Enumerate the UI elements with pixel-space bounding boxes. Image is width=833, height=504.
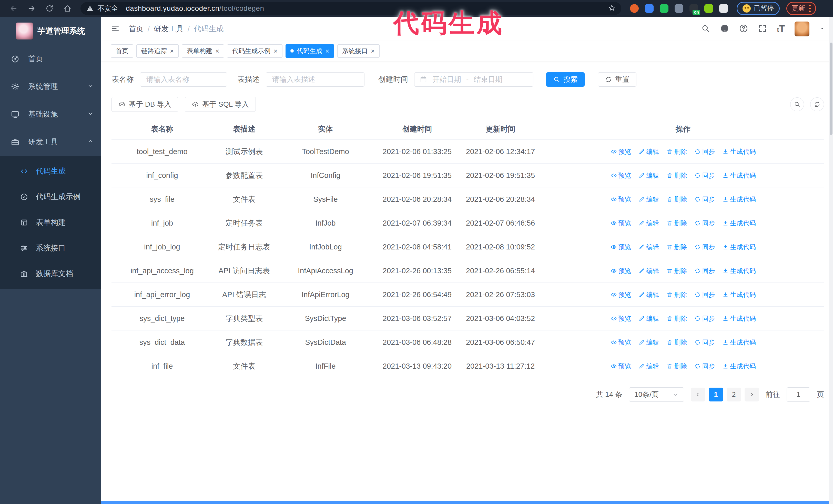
generate-code-link[interactable]: 生成代码 <box>722 170 756 181</box>
delete-link[interactable]: 删除 <box>666 266 687 276</box>
close-icon[interactable]: × <box>215 48 219 54</box>
bookmark-star-icon[interactable] <box>608 4 616 13</box>
preview-link[interactable]: 预览 <box>611 313 631 323</box>
toggle-search-button[interactable] <box>790 97 804 111</box>
url-bar[interactable]: 不安全 dashboard.yudao.iocoder.cn/tool/code… <box>80 2 621 15</box>
preview-link[interactable]: 预览 <box>611 170 631 181</box>
sidebar-item-codegen-example[interactable]: 代码生成示例 <box>0 184 101 210</box>
import-db-button[interactable]: 基于 DB 导入 <box>112 97 178 112</box>
generate-code-link[interactable]: 生成代码 <box>722 289 756 300</box>
ext-dark-on[interactable]: on <box>689 4 698 13</box>
close-icon[interactable]: × <box>273 48 277 54</box>
generate-code-link[interactable]: 生成代码 <box>722 337 756 347</box>
page-scrollbar[interactable] <box>829 17 833 504</box>
home-icon[interactable] <box>60 2 75 16</box>
ext-green-check[interactable] <box>660 4 668 13</box>
table-desc-input[interactable] <box>266 72 364 87</box>
page-button-1[interactable]: 1 <box>709 388 723 402</box>
view-tab[interactable]: 表单构建 × <box>182 44 224 58</box>
preview-link[interactable]: 预览 <box>611 242 631 252</box>
view-tab[interactable]: 代码生成示例 × <box>227 44 282 58</box>
prev-page-button[interactable] <box>691 388 705 402</box>
edit-link[interactable]: 编辑 <box>639 218 659 228</box>
help-icon[interactable] <box>739 24 748 34</box>
generate-code-link[interactable]: 生成代码 <box>722 146 756 157</box>
profile-paused-chip[interactable]: 已暂停 <box>737 2 780 15</box>
edit-link[interactable]: 编辑 <box>639 266 659 276</box>
delete-link[interactable]: 删除 <box>666 337 687 347</box>
generate-code-link[interactable]: 生成代码 <box>722 361 756 371</box>
sidebar-item-devtools[interactable]: 研发工具 <box>0 128 101 156</box>
delete-link[interactable]: 删除 <box>666 146 687 157</box>
edit-link[interactable]: 编辑 <box>639 194 659 204</box>
import-sql-button[interactable]: 基于 SQL 导入 <box>185 97 256 112</box>
search-button[interactable]: 搜索 <box>546 72 585 87</box>
view-tab[interactable]: 系统接口 × <box>337 44 380 58</box>
delete-link[interactable]: 删除 <box>666 218 687 228</box>
font-size-icon[interactable]: tT <box>777 24 785 34</box>
edit-link[interactable]: 编辑 <box>639 146 659 157</box>
ext-puzzle[interactable] <box>719 4 728 13</box>
ext-blue-gem[interactable] <box>645 4 653 13</box>
edit-link[interactable]: 编辑 <box>639 361 659 371</box>
sidebar-item-system-api[interactable]: 系统接口 <box>0 235 101 261</box>
sync-link[interactable]: 同步 <box>694 289 715 300</box>
edit-link[interactable]: 编辑 <box>639 313 659 323</box>
back-icon[interactable] <box>6 2 22 16</box>
sync-link[interactable]: 同步 <box>694 266 715 276</box>
edit-link[interactable]: 编辑 <box>639 337 659 347</box>
preview-link[interactable]: 预览 <box>611 194 631 204</box>
date-range-picker[interactable]: 开始日期 - 结束日期 <box>414 72 533 87</box>
edit-link[interactable]: 编辑 <box>639 242 659 252</box>
view-tab[interactable]: 代码生成 × <box>286 44 334 58</box>
sidebar-item-home[interactable]: 首页 <box>0 45 101 73</box>
generate-code-link[interactable]: 生成代码 <box>722 313 756 323</box>
sidebar-item-infra[interactable]: 基础设施 <box>0 100 101 128</box>
view-tab[interactable]: 首页 <box>111 44 133 58</box>
next-page-button[interactable] <box>744 388 759 402</box>
close-icon[interactable]: × <box>170 48 174 54</box>
sync-link[interactable]: 同步 <box>694 170 715 181</box>
fullscreen-icon[interactable] <box>758 24 767 34</box>
edit-link[interactable]: 编辑 <box>639 170 659 181</box>
table-name-input[interactable] <box>140 72 227 87</box>
preview-link[interactable]: 预览 <box>611 266 631 276</box>
sync-link[interactable]: 同步 <box>694 313 715 323</box>
sidebar-item-db-doc[interactable]: 数据库文档 <box>0 261 101 287</box>
collapse-sidebar-icon[interactable] <box>111 24 120 34</box>
delete-link[interactable]: 删除 <box>666 242 687 252</box>
breadcrumb-devtools[interactable]: 研发工具 <box>154 24 184 34</box>
delete-link[interactable]: 删除 <box>666 361 687 371</box>
preview-link[interactable]: 预览 <box>611 146 631 157</box>
sidebar-item-system[interactable]: 系统管理 <box>0 73 101 100</box>
avatar[interactable] <box>794 22 809 37</box>
ext-orange-ring[interactable] <box>630 4 639 13</box>
generate-code-link[interactable]: 生成代码 <box>722 194 756 204</box>
sync-link[interactable]: 同步 <box>694 337 715 347</box>
close-icon[interactable]: × <box>326 48 329 54</box>
view-tab[interactable]: 链路追踪 × <box>136 44 178 58</box>
reset-button[interactable]: 重置 <box>598 72 636 87</box>
avatar-caret-icon[interactable] <box>819 25 825 32</box>
header-search-icon[interactable] <box>701 24 710 34</box>
page-button-2[interactable]: 2 <box>727 388 741 402</box>
delete-link[interactable]: 删除 <box>666 313 687 323</box>
page-size-select[interactable]: 10条/页 <box>629 387 684 402</box>
generate-code-link[interactable]: 生成代码 <box>722 266 756 276</box>
preview-link[interactable]: 预览 <box>611 361 631 371</box>
sync-link[interactable]: 同步 <box>694 194 715 204</box>
delete-link[interactable]: 删除 <box>666 194 687 204</box>
delete-link[interactable]: 删除 <box>666 289 687 300</box>
github-icon[interactable] <box>720 24 729 34</box>
sync-link[interactable]: 同步 <box>694 218 715 228</box>
sync-link[interactable]: 同步 <box>694 146 715 157</box>
sync-link[interactable]: 同步 <box>694 361 715 371</box>
browser-update-button[interactable]: 更新 <box>786 2 816 15</box>
sidebar-item-form-builder[interactable]: 表单构建 <box>0 210 101 235</box>
forward-icon[interactable] <box>24 2 40 16</box>
preview-link[interactable]: 预览 <box>611 289 631 300</box>
preview-link[interactable]: 预览 <box>611 337 631 347</box>
edit-link[interactable]: 编辑 <box>639 289 659 300</box>
goto-page-input[interactable] <box>787 387 810 402</box>
breadcrumb-home[interactable]: 首页 <box>129 24 144 34</box>
